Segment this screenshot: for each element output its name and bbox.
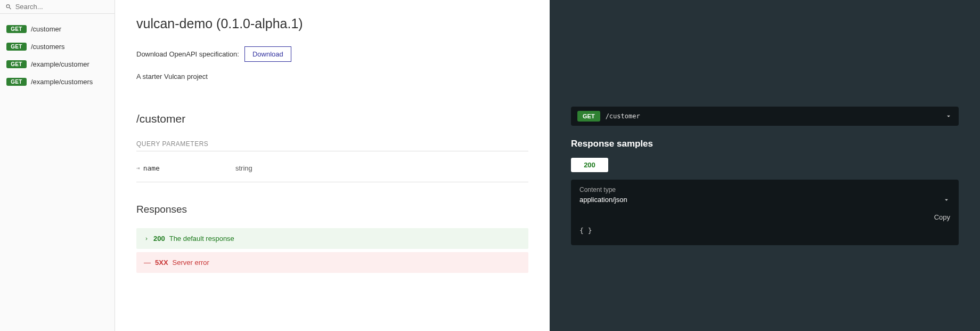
content-type-value: application/json <box>579 196 627 204</box>
sidebar: GET /customer GET /customers GET /exampl… <box>0 0 115 331</box>
sample-body: { } <box>579 224 950 239</box>
response-5xx[interactable]: — 5XX Server error <box>136 252 528 273</box>
operation-title: /customer <box>136 112 528 125</box>
download-row: Download OpenAPI specification: Download <box>136 46 528 62</box>
chevron-down-icon <box>943 196 950 204</box>
chevron-right-icon <box>144 236 149 241</box>
search-box[interactable] <box>0 0 115 14</box>
sidebar-item-example-customers[interactable]: GET /example/customers <box>0 73 115 91</box>
content-type-label: Content type <box>579 186 950 193</box>
sidebar-item-customers[interactable]: GET /customers <box>0 38 115 55</box>
tryit-bar[interactable]: GET /customer <box>571 107 959 126</box>
responses-label: Responses <box>136 204 528 215</box>
sidebar-path: /customers <box>31 43 65 51</box>
main-content: vulcan-demo (0.1.0-alpha.1) Download Ope… <box>115 0 550 331</box>
tab-200[interactable]: 200 <box>571 158 608 172</box>
method-badge: GET <box>6 25 27 33</box>
param-arrow-icon: ⇥ <box>136 165 140 172</box>
right-panel: GET /customer Response samples 200 Conte… <box>550 0 980 331</box>
dash-icon: — <box>144 259 151 267</box>
download-button[interactable]: Download <box>244 46 291 62</box>
method-badge: GET <box>6 78 27 86</box>
tryit-path: /customer <box>606 112 940 120</box>
sidebar-path: /example/customer <box>31 60 89 68</box>
response-desc: Server error <box>173 259 209 267</box>
response-200[interactable]: 200 The default response <box>136 228 528 249</box>
sidebar-path: /customer <box>31 25 61 33</box>
content-type-select[interactable]: application/json <box>579 196 950 208</box>
search-input[interactable] <box>15 3 109 11</box>
param-name: ⇥ name <box>136 164 235 172</box>
sample-tabs: 200 <box>571 158 959 172</box>
sidebar-item-example-customer[interactable]: GET /example/customer <box>0 55 115 73</box>
param-name-text: name <box>143 164 160 172</box>
sidebar-path: /example/customers <box>31 78 93 86</box>
param-row: ⇥ name string <box>136 161 528 182</box>
response-code: 200 <box>153 235 165 243</box>
method-badge: GET <box>6 43 27 51</box>
api-description: A starter Vulcan project <box>136 72 528 80</box>
response-code: 5XX <box>155 259 168 267</box>
search-icon <box>5 3 12 11</box>
chevron-down-icon <box>945 112 952 120</box>
response-samples-title: Response samples <box>571 139 959 149</box>
sample-box: Content type application/json Copy { } <box>571 180 959 245</box>
download-label: Download OpenAPI specification: <box>136 50 239 58</box>
method-badge: GET <box>6 60 27 68</box>
sidebar-item-customer[interactable]: GET /customer <box>0 20 115 38</box>
copy-button[interactable]: Copy <box>934 213 950 221</box>
response-desc: The default response <box>169 235 234 243</box>
query-params-label: QUERY PARAMETERS <box>136 140 528 151</box>
sidebar-items: GET /customer GET /customers GET /exampl… <box>0 14 115 97</box>
param-type: string <box>235 164 252 172</box>
page-title: vulcan-demo (0.1.0-alpha.1) <box>136 16 528 31</box>
tryit-method-badge: GET <box>577 111 600 122</box>
